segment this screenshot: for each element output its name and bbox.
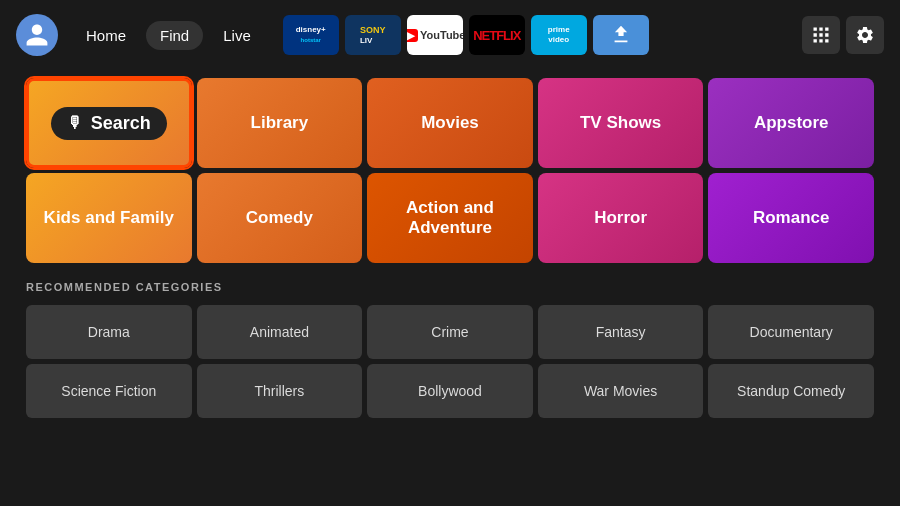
netflix-app[interactable]: NETFLIX: [469, 15, 525, 55]
disney-hotstar-app[interactable]: disney+hotstar: [283, 15, 339, 55]
movies-label: Movies: [421, 113, 479, 133]
romance-label: Romance: [753, 208, 830, 228]
comedy-cell[interactable]: Comedy: [197, 173, 363, 263]
top-navigation: Home Find Live disney+hotstar SONYLIV ▶ …: [0, 0, 900, 70]
romance-cell[interactable]: Romance: [708, 173, 874, 263]
recommended-title: RECOMMENDED CATEGORIES: [26, 281, 874, 293]
nav-icon-buttons: [802, 16, 884, 54]
category-cell[interactable]: Science Fiction: [26, 364, 192, 418]
category-cell[interactable]: Fantasy: [538, 305, 704, 359]
recommended-section: RECOMMENDED CATEGORIES DramaAnimatedCrim…: [0, 263, 900, 418]
avatar[interactable]: [16, 14, 58, 56]
main-grid-section: 🎙 Search Library Movies TV Shows Appstor…: [0, 70, 900, 263]
nav-home[interactable]: Home: [72, 21, 140, 50]
prime-video-app[interactable]: primevideo: [531, 15, 587, 55]
category-cell[interactable]: Standup Comedy: [708, 364, 874, 418]
category-grid: DramaAnimatedCrimeFantasyDocumentaryScie…: [26, 305, 874, 418]
apps-grid-button[interactable]: [802, 16, 840, 54]
category-cell[interactable]: Bollywood: [367, 364, 533, 418]
search-label: Search: [91, 113, 151, 134]
kids-cell[interactable]: Kids and Family: [26, 173, 192, 263]
movies-cell[interactable]: Movies: [367, 78, 533, 168]
library-cell[interactable]: Library: [197, 78, 363, 168]
nav-live[interactable]: Live: [209, 21, 265, 50]
horror-cell[interactable]: Horror: [538, 173, 704, 263]
app-shortcuts: disney+hotstar SONYLIV ▶ YouTube NETFLIX…: [283, 15, 649, 55]
category-cell[interactable]: Animated: [197, 305, 363, 359]
horror-label: Horror: [594, 208, 647, 228]
settings-button[interactable]: [846, 16, 884, 54]
nav-find[interactable]: Find: [146, 21, 203, 50]
tvshows-label: TV Shows: [580, 113, 661, 133]
appstore-label: Appstore: [754, 113, 829, 133]
main-grid: 🎙 Search Library Movies TV Shows Appstor…: [26, 78, 874, 263]
category-cell[interactable]: War Movies: [538, 364, 704, 418]
kids-label: Kids and Family: [44, 208, 174, 228]
category-cell[interactable]: Drama: [26, 305, 192, 359]
downloader-app[interactable]: [593, 15, 649, 55]
mic-icon: 🎙: [67, 114, 83, 132]
category-cell[interactable]: Thrillers: [197, 364, 363, 418]
sony-liv-app[interactable]: SONYLIV: [345, 15, 401, 55]
appstore-cell[interactable]: Appstore: [708, 78, 874, 168]
nav-links: Home Find Live: [72, 21, 265, 50]
search-cell[interactable]: 🎙 Search: [26, 78, 192, 168]
category-cell[interactable]: Documentary: [708, 305, 874, 359]
action-cell[interactable]: Action and Adventure: [367, 173, 533, 263]
youtube-app[interactable]: ▶ YouTube: [407, 15, 463, 55]
tvshows-cell[interactable]: TV Shows: [538, 78, 704, 168]
category-cell[interactable]: Crime: [367, 305, 533, 359]
action-label: Action and Adventure: [367, 198, 533, 238]
comedy-label: Comedy: [246, 208, 313, 228]
library-label: Library: [251, 113, 309, 133]
